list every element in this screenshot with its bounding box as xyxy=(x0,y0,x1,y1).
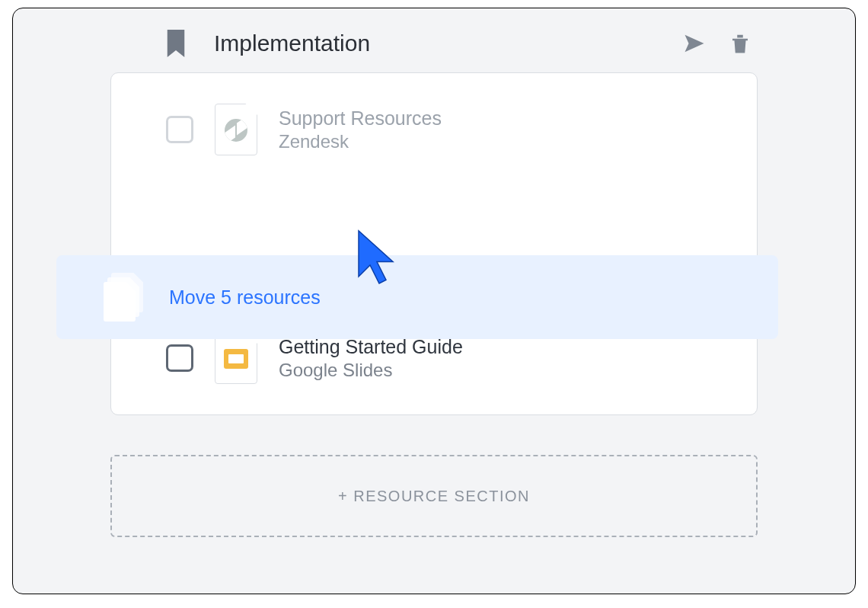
drag-label: Move 5 resources xyxy=(169,286,321,309)
zendesk-icon xyxy=(225,119,247,142)
file-icon xyxy=(215,104,257,155)
checkbox[interactable] xyxy=(166,344,193,372)
item-subtitle: Zendesk xyxy=(279,131,442,152)
list-item[interactable]: Support Resources Zendesk xyxy=(111,91,757,168)
checkbox[interactable] xyxy=(166,116,193,143)
documents-stack-icon xyxy=(104,273,145,322)
section-title: Implementation xyxy=(214,30,656,56)
item-subtitle: Google Slides xyxy=(279,360,463,381)
resource-list: Support Resources Zendesk Testing Instru… xyxy=(110,72,758,415)
drag-ghost[interactable]: Move 5 resources xyxy=(56,255,778,339)
add-section-label: + RESOURCE SECTION xyxy=(338,488,530,505)
drop-spacer xyxy=(111,168,757,244)
add-resource-section-button[interactable]: + RESOURCE SECTION xyxy=(110,455,758,537)
send-icon[interactable] xyxy=(683,32,706,55)
trash-icon[interactable] xyxy=(729,32,752,55)
section-header: Implementation xyxy=(110,30,758,72)
google-slides-icon xyxy=(224,349,248,369)
file-icon xyxy=(215,332,257,384)
header-actions xyxy=(683,32,752,55)
item-title: Support Resources xyxy=(279,107,442,130)
item-text: Support Resources Zendesk xyxy=(279,107,442,152)
bookmark-icon xyxy=(165,30,187,57)
item-text: Getting Started Guide Google Slides xyxy=(279,336,463,381)
